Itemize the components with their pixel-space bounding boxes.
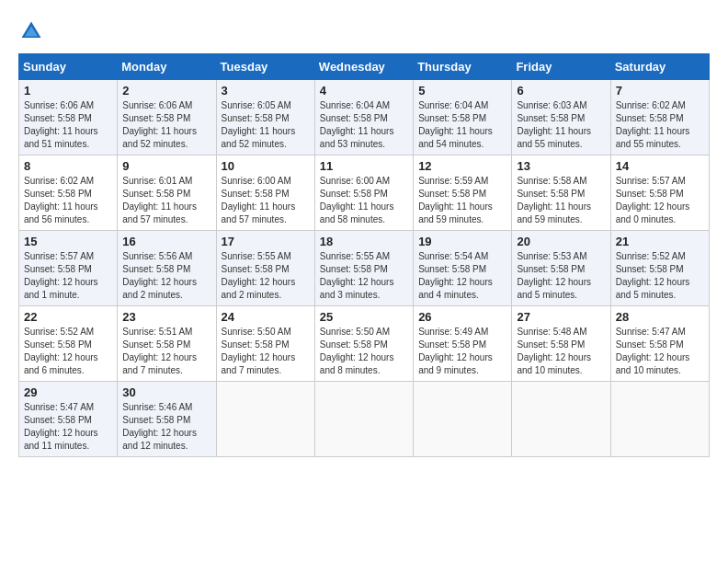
day-number: 14 <box>616 159 704 173</box>
day-info: Sunrise: 5:50 AMSunset: 5:58 PMDaylight:… <box>222 327 296 375</box>
day-number: 20 <box>517 235 605 248</box>
day-info: Sunrise: 5:53 AMSunset: 5:58 PMDaylight:… <box>517 251 591 300</box>
day-number: 9 <box>122 159 210 173</box>
calendar-header: SundayMondayTuesdayWednesdayThursdayFrid… <box>19 54 710 80</box>
calendar-cell: 12 Sunrise: 5:59 AMSunset: 5:58 PMDaylig… <box>414 155 512 231</box>
day-info: Sunrise: 5:57 AMSunset: 5:58 PMDaylight:… <box>616 176 690 224</box>
day-info: Sunrise: 6:00 AMSunset: 5:58 PMDaylight:… <box>222 176 296 224</box>
calendar-cell: 15 Sunrise: 5:57 AMSunset: 5:58 PMDaylig… <box>19 231 118 306</box>
calendar-cell: 16 Sunrise: 5:56 AMSunset: 5:58 PMDaylig… <box>118 231 216 306</box>
day-info: Sunrise: 6:05 AMSunset: 5:58 PMDaylight:… <box>222 100 296 149</box>
day-number: 6 <box>517 84 605 98</box>
day-number: 10 <box>222 159 310 173</box>
day-number: 17 <box>222 235 310 248</box>
page-header <box>18 18 710 44</box>
calendar-cell: 23 Sunrise: 5:51 AMSunset: 5:58 PMDaylig… <box>118 306 216 382</box>
day-info: Sunrise: 5:48 AMSunset: 5:58 PMDaylight:… <box>517 327 591 375</box>
day-info: Sunrise: 5:57 AMSunset: 5:58 PMDaylight:… <box>24 251 98 300</box>
day-number: 26 <box>418 310 506 324</box>
day-number: 30 <box>122 385 210 399</box>
day-info: Sunrise: 5:46 AMSunset: 5:58 PMDaylight:… <box>122 402 197 451</box>
logo-icon <box>18 18 44 44</box>
day-info: Sunrise: 5:47 AMSunset: 5:58 PMDaylight:… <box>616 327 690 375</box>
day-info: Sunrise: 5:49 AMSunset: 5:58 PMDaylight:… <box>418 327 493 375</box>
day-info: Sunrise: 5:47 AMSunset: 5:58 PMDaylight:… <box>24 402 98 451</box>
calendar-cell <box>414 382 512 457</box>
calendar-cell: 3 Sunrise: 6:05 AMSunset: 5:58 PMDayligh… <box>216 80 314 155</box>
day-number: 28 <box>616 310 704 324</box>
calendar-cell: 28 Sunrise: 5:47 AMSunset: 5:58 PMDaylig… <box>610 306 709 382</box>
calendar-cell: 13 Sunrise: 5:58 AMSunset: 5:58 PMDaylig… <box>512 155 610 231</box>
calendar-cell <box>314 382 413 457</box>
day-info: Sunrise: 5:55 AMSunset: 5:58 PMDaylight:… <box>222 251 296 300</box>
day-info: Sunrise: 6:04 AMSunset: 5:58 PMDaylight:… <box>418 100 493 149</box>
day-info: Sunrise: 6:00 AMSunset: 5:58 PMDaylight:… <box>320 176 394 224</box>
day-number: 11 <box>320 159 408 173</box>
calendar-cell: 24 Sunrise: 5:50 AMSunset: 5:58 PMDaylig… <box>216 306 314 382</box>
weekday-header-sunday: Sunday <box>19 54 118 80</box>
calendar-cell <box>610 382 709 457</box>
day-number: 19 <box>418 235 506 248</box>
day-number: 29 <box>24 385 112 399</box>
weekday-header-tuesday: Tuesday <box>216 54 314 80</box>
day-number: 5 <box>418 84 506 98</box>
day-info: Sunrise: 5:52 AMSunset: 5:58 PMDaylight:… <box>616 251 690 300</box>
calendar-cell: 8 Sunrise: 6:02 AMSunset: 5:58 PMDayligh… <box>19 155 118 231</box>
weekday-header-friday: Friday <box>512 54 610 80</box>
logo <box>18 18 48 44</box>
calendar-cell: 2 Sunrise: 6:06 AMSunset: 5:58 PMDayligh… <box>118 80 216 155</box>
day-info: Sunrise: 5:52 AMSunset: 5:58 PMDaylight:… <box>24 327 98 375</box>
day-info: Sunrise: 6:06 AMSunset: 5:58 PMDaylight:… <box>24 100 98 149</box>
day-info: Sunrise: 6:04 AMSunset: 5:58 PMDaylight:… <box>320 100 394 149</box>
weekday-row: SundayMondayTuesdayWednesdayThursdayFrid… <box>19 54 710 80</box>
calendar-cell: 19 Sunrise: 5:54 AMSunset: 5:58 PMDaylig… <box>414 231 512 306</box>
day-number: 3 <box>222 84 310 98</box>
calendar-cell: 25 Sunrise: 5:50 AMSunset: 5:58 PMDaylig… <box>314 306 413 382</box>
calendar-week-1: 1 Sunrise: 6:06 AMSunset: 5:58 PMDayligh… <box>19 80 710 155</box>
calendar-cell: 5 Sunrise: 6:04 AMSunset: 5:58 PMDayligh… <box>414 80 512 155</box>
day-info: Sunrise: 5:55 AMSunset: 5:58 PMDaylight:… <box>320 251 394 300</box>
day-number: 22 <box>24 310 112 324</box>
day-number: 2 <box>122 84 210 98</box>
day-number: 18 <box>320 235 408 248</box>
calendar-cell: 10 Sunrise: 6:00 AMSunset: 5:58 PMDaylig… <box>216 155 314 231</box>
weekday-header-monday: Monday <box>118 54 216 80</box>
calendar-cell: 11 Sunrise: 6:00 AMSunset: 5:58 PMDaylig… <box>314 155 413 231</box>
calendar-cell: 20 Sunrise: 5:53 AMSunset: 5:58 PMDaylig… <box>512 231 610 306</box>
day-info: Sunrise: 5:51 AMSunset: 5:58 PMDaylight:… <box>122 327 197 375</box>
calendar-week-4: 22 Sunrise: 5:52 AMSunset: 5:58 PMDaylig… <box>19 306 710 382</box>
weekday-header-wednesday: Wednesday <box>314 54 413 80</box>
day-info: Sunrise: 5:56 AMSunset: 5:58 PMDaylight:… <box>122 251 197 300</box>
day-info: Sunrise: 5:50 AMSunset: 5:58 PMDaylight:… <box>320 327 394 375</box>
calendar-cell: 26 Sunrise: 5:49 AMSunset: 5:58 PMDaylig… <box>414 306 512 382</box>
calendar-cell: 17 Sunrise: 5:55 AMSunset: 5:58 PMDaylig… <box>216 231 314 306</box>
calendar-week-2: 8 Sunrise: 6:02 AMSunset: 5:58 PMDayligh… <box>19 155 710 231</box>
calendar-cell: 9 Sunrise: 6:01 AMSunset: 5:58 PMDayligh… <box>118 155 216 231</box>
day-number: 24 <box>222 310 310 324</box>
day-info: Sunrise: 6:03 AMSunset: 5:58 PMDaylight:… <box>517 100 591 149</box>
day-number: 1 <box>24 84 112 98</box>
calendar-cell: 18 Sunrise: 5:55 AMSunset: 5:58 PMDaylig… <box>314 231 413 306</box>
day-number: 16 <box>122 235 210 248</box>
weekday-header-thursday: Thursday <box>414 54 512 80</box>
calendar-cell <box>216 382 314 457</box>
day-info: Sunrise: 6:02 AMSunset: 5:58 PMDaylight:… <box>24 176 98 224</box>
day-number: 4 <box>320 84 408 98</box>
day-number: 8 <box>24 159 112 173</box>
calendar-cell: 29 Sunrise: 5:47 AMSunset: 5:58 PMDaylig… <box>19 382 118 457</box>
weekday-header-saturday: Saturday <box>610 54 709 80</box>
calendar-week-5: 29 Sunrise: 5:47 AMSunset: 5:58 PMDaylig… <box>19 382 710 457</box>
calendar-cell: 6 Sunrise: 6:03 AMSunset: 5:58 PMDayligh… <box>512 80 610 155</box>
day-number: 15 <box>24 235 112 248</box>
day-info: Sunrise: 5:59 AMSunset: 5:58 PMDaylight:… <box>418 176 493 224</box>
calendar-table: SundayMondayTuesdayWednesdayThursdayFrid… <box>18 53 710 457</box>
calendar-cell: 7 Sunrise: 6:02 AMSunset: 5:58 PMDayligh… <box>610 80 709 155</box>
calendar-cell: 14 Sunrise: 5:57 AMSunset: 5:58 PMDaylig… <box>610 155 709 231</box>
day-info: Sunrise: 6:02 AMSunset: 5:58 PMDaylight:… <box>616 100 690 149</box>
day-info: Sunrise: 6:01 AMSunset: 5:58 PMDaylight:… <box>122 176 197 224</box>
day-info: Sunrise: 5:58 AMSunset: 5:58 PMDaylight:… <box>517 176 591 224</box>
day-number: 27 <box>517 310 605 324</box>
calendar-cell: 4 Sunrise: 6:04 AMSunset: 5:58 PMDayligh… <box>314 80 413 155</box>
day-number: 25 <box>320 310 408 324</box>
day-number: 21 <box>616 235 704 248</box>
